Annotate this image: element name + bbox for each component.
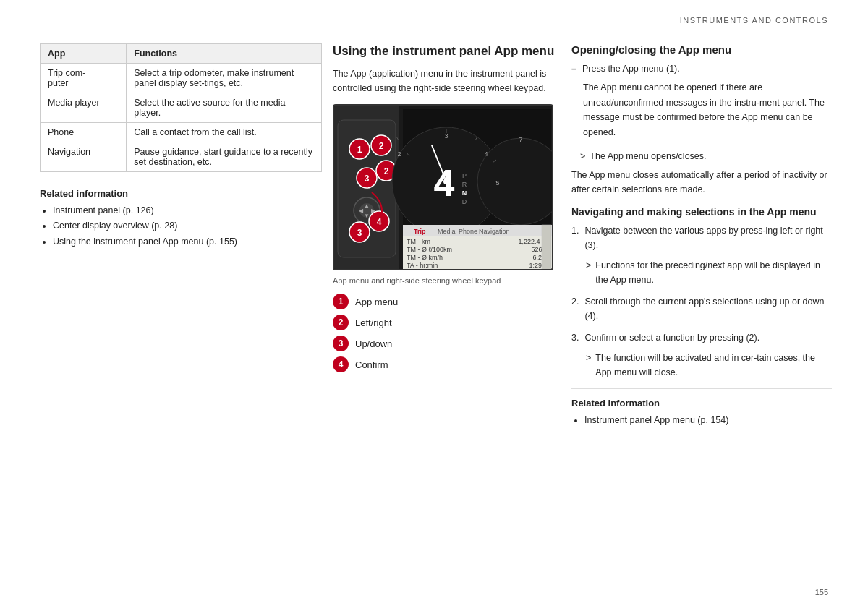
arrow-text: Functions for the preceding/next app wil… (595, 258, 832, 287)
ordered-item: 1. Navigate between the various apps by … (571, 223, 832, 252)
svg-text:3: 3 (365, 174, 370, 184)
table-row: PhoneCall a contact from the call list. (41, 123, 322, 142)
ordered-num: 3. (571, 330, 579, 345)
svg-text:Trip: Trip (414, 228, 426, 235)
nav-item: 3. Confirm or select a function by press… (571, 330, 832, 380)
svg-text:N: N (462, 189, 467, 197)
ordered-item: 2. Scroll through the current app's sele… (571, 294, 832, 323)
opening-note: The App menu cannot be opened if there a… (583, 80, 832, 140)
svg-text:◀: ◀ (359, 208, 364, 214)
app-functions-table: App Functions Trip com- puterSelect a tr… (40, 43, 322, 172)
numbered-label: Left/right (355, 317, 392, 328)
svg-point-43 (443, 179, 449, 184)
arrow-symbol: > (586, 258, 591, 287)
table-header-functions: Functions (127, 44, 322, 64)
opening-step-text: Press the App menu (1). (582, 61, 680, 76)
numbered-item: 4 Confirm (333, 356, 557, 372)
svg-text:Phone: Phone (459, 228, 477, 235)
related-list-left: Instrument panel (p. 126)Center display … (40, 203, 322, 249)
page-number: 155 (815, 588, 828, 597)
arrow-symbol: > (586, 351, 591, 380)
table-cell-function: Select the active source for the media p… (127, 93, 322, 123)
nav-item: 1. Navigate between the various apps by … (571, 223, 832, 287)
svg-text:▲: ▲ (364, 202, 370, 209)
svg-text:TA - hr:min: TA - hr:min (407, 262, 438, 269)
svg-text:2: 2 (379, 141, 384, 151)
svg-text:2: 2 (397, 150, 401, 158)
table-cell-function: Call a contact from the call list. (127, 123, 322, 142)
arrow-symbol: > (580, 149, 585, 163)
arrow-text: The function will be activated and in ce… (595, 351, 832, 380)
svg-text:TM - Ø ℓ/100km: TM - Ø ℓ/100km (407, 246, 452, 253)
svg-text:8: 8 (552, 161, 553, 168)
num-badge: 4 (333, 356, 349, 372)
svg-text:3: 3 (444, 132, 448, 140)
page-header: INSTRUMENTS AND CONTROLS (680, 16, 828, 25)
table-header-app: App (41, 44, 127, 64)
table-cell-app: Media player (41, 93, 127, 123)
related-title-left: Related information (40, 188, 322, 199)
related-list-right: Instrument panel App menu (p. 154) (571, 413, 832, 428)
opening-step: – Press the App menu (1). (571, 61, 832, 76)
arrow-item: > Functions for the preceding/next app w… (586, 258, 832, 287)
mid-section-body: The App (application) menu in the instru… (333, 67, 557, 95)
ordered-content: Navigate between the various apps by pre… (584, 223, 832, 252)
ordered-item: 3. Confirm or select a function by press… (571, 330, 832, 345)
numbered-item: 3 Up/down (333, 336, 557, 351)
svg-text:TM - km: TM - km (407, 238, 430, 245)
nav-items: 1. Navigate between the various apps by … (571, 223, 832, 380)
mid-section-title: Using the instrument panel App menu (333, 43, 557, 59)
opening-arrow: > The App menu opens/closes. (580, 149, 832, 163)
opening-arrow-text: The App menu opens/closes. (590, 149, 706, 163)
list-item: Center display overview (p. 28) (53, 218, 322, 234)
nav-title: Navigating and making selections in the … (571, 206, 832, 218)
divider (571, 388, 832, 389)
ordered-num: 1. (571, 223, 579, 252)
table-cell-app: Navigation (41, 142, 127, 172)
instrument-svg: 1 2 3 2 ▲ ▼ ◀ ▶ 4 3 (334, 106, 553, 270)
middle-column: Using the instrument panel App menu The … (333, 43, 557, 377)
related-title-right: Related information (571, 398, 832, 409)
opening-title: Opening/closing the App menu (571, 43, 832, 56)
table-cell-app: Trip com- puter (41, 64, 127, 93)
list-item: Instrument panel App menu (p. 154) (584, 413, 832, 428)
num-badge: 2 (333, 315, 349, 330)
related-info-left: Related information Instrument panel (p.… (40, 188, 322, 249)
nav-item: 2. Scroll through the current app's sele… (571, 294, 832, 323)
svg-text:▼: ▼ (364, 213, 370, 219)
numbered-label: Confirm (355, 359, 388, 370)
dash-symbol: – (571, 61, 576, 76)
table-cell-function: Pause guidance, start guidance to a rece… (127, 142, 322, 172)
table-row: NavigationPause guidance, start guidance… (41, 142, 322, 172)
num-badge: 1 (333, 294, 349, 309)
list-item: Instrument panel (p. 126) (53, 203, 322, 218)
table-cell-function: Select a trip odometer, make instrument … (127, 64, 322, 93)
table-row: Trip com- puterSelect a trip odometer, m… (41, 64, 322, 93)
list-item: Using the instrument panel App menu (p. … (53, 234, 322, 249)
related-info-right: Related information Instrument panel App… (571, 398, 832, 428)
svg-text:TM - Ø km/h: TM - Ø km/h (407, 254, 443, 261)
ordered-num: 2. (571, 294, 579, 323)
num-badge: 3 (333, 336, 349, 351)
ordered-content: Scroll through the current app's selecti… (584, 294, 832, 323)
svg-text:P: P (462, 172, 467, 179)
image-caption: App menu and right-side steering wheel k… (333, 276, 557, 285)
numbered-item: 2 Left/right (333, 315, 557, 330)
svg-text:2: 2 (384, 166, 389, 176)
svg-text:Navigation: Navigation (479, 228, 510, 235)
numbered-label: App menu (355, 296, 398, 307)
svg-text:1: 1 (357, 145, 362, 155)
numbered-item: 1 App menu (333, 294, 557, 309)
right-column: Opening/closing the App menu – Press the… (571, 43, 832, 428)
table-row: Media playerSelect the active source for… (41, 93, 322, 123)
closing-body: The App menu closes automatically after … (571, 168, 832, 197)
svg-text:5: 5 (495, 179, 499, 187)
svg-rect-58 (542, 225, 551, 270)
ordered-content: Confirm or select a function by pressing… (584, 330, 832, 345)
svg-text:Media: Media (438, 228, 456, 235)
table-cell-app: Phone (41, 123, 127, 142)
header-text: INSTRUMENTS AND CONTROLS (680, 16, 828, 25)
arrow-item: > The function will be activated and in … (586, 351, 832, 380)
page-footer: 155 (815, 588, 828, 597)
svg-text:3: 3 (357, 228, 362, 238)
